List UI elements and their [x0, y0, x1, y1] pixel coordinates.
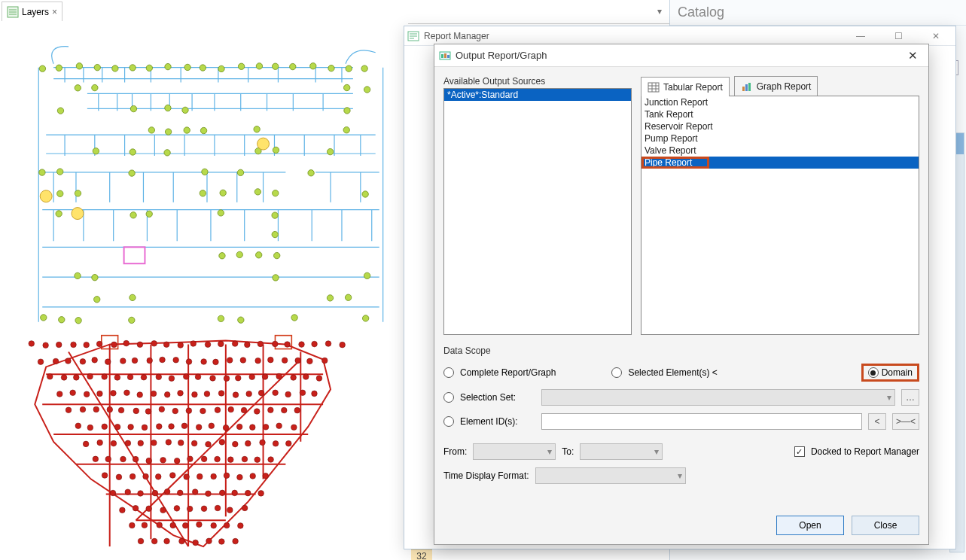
svg-point-72: [345, 294, 351, 300]
svg-point-57: [146, 211, 152, 217]
svg-point-60: [272, 231, 278, 237]
element-goto-button[interactable]: >—<: [892, 413, 919, 430]
svg-point-54: [56, 211, 62, 217]
docked-checkbox[interactable]: [794, 446, 805, 457]
svg-point-225: [93, 456, 99, 462]
svg-point-224: [286, 440, 292, 446]
from-combo[interactable]: ▾: [473, 443, 556, 460]
svg-point-101: [218, 341, 224, 347]
svg-point-75: [75, 318, 81, 324]
radio-element-ids[interactable]: [443, 416, 454, 427]
svg-point-172: [300, 390, 306, 396]
row-number[interactable]: 32: [411, 550, 432, 560]
reports-list[interactable]: Junction ReportTank ReportReservoir Repo…: [641, 96, 919, 335]
svg-point-269: [187, 506, 193, 512]
svg-point-202: [209, 423, 215, 429]
svg-point-284: [151, 538, 157, 544]
to-combo[interactable]: ▾: [580, 443, 663, 460]
report-item[interactable]: Pump Report: [641, 132, 919, 145]
open-button[interactable]: Open: [776, 516, 844, 535]
report-item[interactable]: Valve Report: [641, 145, 919, 157]
output-dialog-titlebar[interactable]: Output Report/Graph ✕: [434, 44, 928, 67]
maximize-button[interactable]: ☐: [882, 28, 915, 44]
svg-point-281: [224, 522, 230, 528]
svg-point-233: [201, 456, 207, 462]
selection-set-combo[interactable]: ▾: [541, 389, 895, 406]
svg-point-39: [273, 147, 279, 153]
svg-point-236: [242, 456, 248, 462]
close-icon[interactable]: ×: [52, 7, 57, 17]
svg-point-74: [59, 317, 65, 323]
svg-point-285: [164, 538, 170, 544]
radio-complete-report[interactable]: [443, 367, 454, 378]
svg-point-235: [228, 457, 234, 463]
sources-label: Available Output Sources: [443, 76, 632, 88]
svg-point-259: [206, 491, 212, 497]
svg-point-185: [215, 407, 221, 413]
svg-point-69: [94, 297, 100, 303]
to-label: To:: [562, 446, 574, 457]
svg-point-96: [151, 341, 157, 347]
svg-point-150: [276, 373, 282, 379]
svg-point-220: [233, 441, 239, 447]
svg-point-46: [308, 170, 314, 176]
svg-point-271: [215, 505, 221, 511]
close-button[interactable]: ✕: [919, 28, 952, 44]
svg-point-31: [184, 127, 190, 133]
svg-point-180: [145, 409, 151, 415]
svg-point-206: [263, 425, 269, 431]
report-item[interactable]: Pipe Report: [641, 157, 919, 169]
svg-point-27: [182, 107, 188, 113]
time-format-combo[interactable]: ▾: [535, 467, 686, 484]
svg-point-162: [164, 391, 170, 397]
svg-point-230: [160, 458, 166, 464]
report-item[interactable]: Reservoir Report: [641, 120, 919, 132]
svg-point-128: [268, 357, 274, 363]
radio-domain[interactable]: [868, 367, 879, 378]
radio-selection-set[interactable]: [443, 392, 454, 403]
selection-set-browse-button[interactable]: …: [901, 389, 919, 406]
chevron-down-icon[interactable]: ▾: [657, 6, 662, 17]
svg-point-263: [258, 491, 264, 497]
element-prev-button[interactable]: <: [868, 413, 886, 430]
svg-point-91: [84, 342, 90, 348]
svg-point-67: [273, 275, 279, 281]
report-item[interactable]: Junction Report: [641, 96, 919, 108]
svg-point-250: [250, 473, 256, 479]
svg-point-246: [197, 473, 203, 479]
data-scope-label: Data Scope: [443, 345, 919, 356]
tab-graph-report[interactable]: Graph Report: [734, 76, 818, 96]
tab-tabular-report[interactable]: Tabular Report: [641, 77, 730, 96]
close-icon[interactable]: ✕: [901, 46, 924, 65]
layers-tab[interactable]: Layers ×: [2, 2, 62, 21]
minimize-button[interactable]: —: [844, 28, 877, 44]
svg-point-88: [43, 342, 49, 348]
svg-point-194: [102, 424, 108, 430]
source-item[interactable]: *Active*:Standard: [444, 89, 631, 101]
radio-selected-elements[interactable]: [611, 367, 622, 378]
svg-point-118: [132, 358, 138, 364]
svg-point-210: [97, 440, 103, 446]
svg-rect-300: [745, 84, 748, 91]
svg-point-113: [66, 358, 72, 364]
svg-point-25: [130, 105, 136, 111]
svg-point-232: [187, 456, 194, 462]
network-map[interactable]: [0, 23, 408, 557]
svg-point-166: [218, 391, 224, 397]
svg-point-52: [273, 190, 279, 196]
svg-point-117: [120, 358, 126, 364]
svg-point-212: [125, 440, 131, 446]
sources-list[interactable]: *Active*:Standard: [443, 88, 632, 335]
svg-point-216: [178, 440, 184, 446]
svg-point-240: [116, 474, 122, 480]
report-item[interactable]: Tank Report: [641, 108, 919, 120]
svg-point-165: [204, 391, 210, 397]
element-ids-input[interactable]: [541, 413, 862, 430]
svg-point-198: [156, 424, 162, 430]
svg-point-160: [137, 392, 143, 398]
svg-point-277: [170, 522, 176, 528]
svg-point-100: [205, 342, 211, 348]
svg-point-215: [166, 440, 172, 446]
svg-point-238: [268, 457, 274, 463]
close-button[interactable]: Close: [852, 516, 919, 535]
